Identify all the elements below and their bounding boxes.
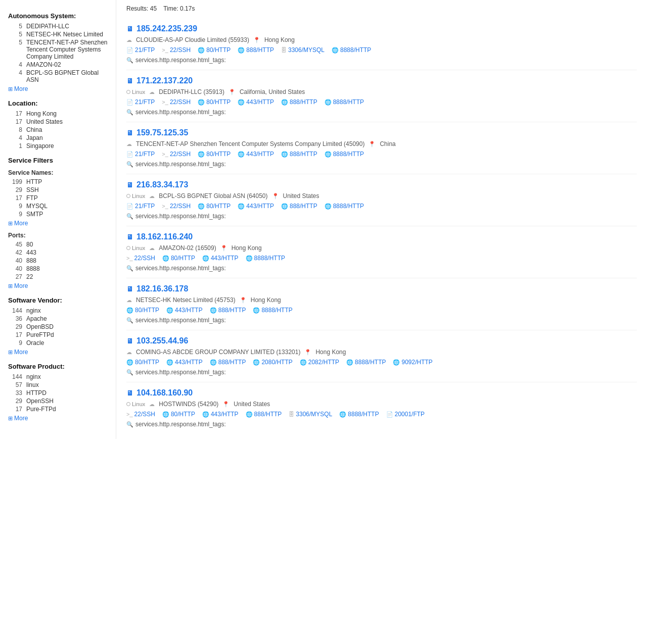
org-name[interactable]: CLOUDIE-AS-AP Cloudie Limited (55933) (136, 36, 249, 43)
sidebar-item[interactable]: 4BCPL-SG BGPNET Global ASN (8, 69, 108, 83)
sidebar-more-button[interactable]: ⊞ More (8, 282, 108, 289)
sidebar-item[interactable]: 17Pure-FTPd (8, 406, 108, 413)
port-tag[interactable]: 🌐888/HTTP (281, 203, 317, 210)
sidebar-more-button[interactable]: ⊞ More (8, 415, 108, 422)
sidebar-item[interactable]: 29OpenSSH (8, 398, 108, 405)
sidebar-more-button[interactable]: ⊞ More (8, 85, 108, 92)
sidebar-item[interactable]: 17Hong Kong (8, 110, 108, 117)
port-tag[interactable]: 📄21/FTP (126, 46, 155, 54)
sidebar-item[interactable]: 8China (8, 126, 108, 133)
port-tag[interactable]: 🌐443/HTTP (166, 359, 203, 366)
port-tag[interactable]: 🌐2080/HTTP (253, 359, 292, 366)
org-name[interactable]: COMING-AS ABCDE GROUP COMPANY LIMITED (1… (136, 349, 300, 356)
card-ip[interactable]: 🖥171.22.137.220 (126, 76, 637, 85)
ip-address[interactable]: 104.168.160.90 (136, 388, 193, 398)
port-tag[interactable]: >_22/SSH (162, 98, 191, 106)
sidebar-item[interactable]: 9SMTP (8, 211, 108, 218)
location-name[interactable]: United States (234, 401, 270, 408)
sidebar-item[interactable]: 144nginx (8, 307, 108, 314)
card-ip[interactable]: 🖥185.242.235.239 (126, 24, 637, 33)
org-name[interactable]: AMAZON-02 (16509) (159, 244, 216, 252)
sidebar-item[interactable]: 4580 (8, 241, 108, 248)
port-tag[interactable]: 🌐888/HTTP (281, 98, 317, 106)
ip-address[interactable]: 103.255.44.96 (136, 336, 188, 345)
port-tag[interactable]: 🌐888/HTTP (246, 411, 282, 418)
sidebar-item[interactable]: 4AMAZON-02 (8, 61, 108, 68)
sidebar-item[interactable]: 408888 (8, 265, 108, 272)
sidebar-item[interactable]: 33HTTPD (8, 389, 108, 397)
sidebar-item[interactable]: 17United States (8, 118, 108, 125)
port-tag[interactable]: 🌐80/HTTP (162, 255, 195, 262)
sidebar-item[interactable]: 9MYSQL (8, 203, 108, 210)
ip-address[interactable]: 18.162.116.240 (136, 232, 193, 241)
port-tag[interactable]: 🌐8888/HTTP (253, 307, 292, 314)
sidebar-item[interactable]: 5TENCENT-NET-AP Shenzhen Tencent Compute… (8, 39, 108, 60)
port-tag[interactable]: 🌐8888/HTTP (325, 203, 364, 210)
port-tag[interactable]: 🌐80/HTTP (198, 203, 230, 210)
ip-address[interactable]: 159.75.125.35 (136, 128, 188, 137)
sidebar-item[interactable]: 17PureFTPd (8, 331, 108, 338)
port-tag[interactable]: >_22/SSH (162, 46, 191, 54)
sidebar-item[interactable]: 5NETSEC-HK Netsec Limited (8, 31, 108, 38)
port-tag[interactable]: 🌐8888/HTTP (332, 46, 371, 54)
sidebar-item[interactable]: 1Singapore (8, 142, 108, 150)
port-tag[interactable]: 🌐888/HTTP (210, 307, 246, 314)
location-name[interactable]: Hong Kong (315, 349, 346, 356)
port-tag[interactable]: >_22/SSH (162, 203, 191, 210)
sidebar-item[interactable]: 9Oracle (8, 339, 108, 346)
card-ip[interactable]: 🖥182.16.36.178 (126, 284, 637, 293)
ip-address[interactable]: 216.83.34.173 (136, 180, 188, 189)
location-name[interactable]: Hong Kong (264, 36, 295, 43)
sidebar-item[interactable]: 57linux (8, 381, 108, 388)
org-name[interactable]: HOSTWINDS (54290) (159, 401, 218, 408)
org-name[interactable]: TENCENT-NET-AP Shenzhen Tencent Computer… (136, 140, 364, 147)
port-tag[interactable]: 🌐443/HTTP (238, 98, 274, 106)
location-name[interactable]: United States (283, 192, 319, 200)
sidebar-item[interactable]: 5DEDIPATH-LLC (8, 23, 108, 30)
sidebar-item[interactable]: 144nginx (8, 373, 108, 380)
port-tag[interactable]: 🗄3306/MYSQL (289, 411, 332, 418)
ip-address[interactable]: 171.22.137.220 (136, 76, 193, 85)
port-tag[interactable]: >_22/SSH (126, 255, 155, 262)
sidebar-item[interactable]: 4Japan (8, 134, 108, 141)
sidebar-item[interactable]: 42443 (8, 249, 108, 256)
location-name[interactable]: Hong Kong (232, 244, 262, 252)
sidebar-item[interactable]: 17FTP (8, 194, 108, 202)
ip-address[interactable]: 185.242.235.239 (136, 24, 197, 33)
location-name[interactable]: Hong Kong (251, 296, 281, 304)
port-tag[interactable]: 🌐888/HTTP (238, 46, 274, 54)
port-tag[interactable]: 🌐8888/HTTP (246, 255, 285, 262)
port-tag[interactable]: 🌐80/HTTP (198, 98, 230, 106)
card-ip[interactable]: 🖥159.75.125.35 (126, 128, 637, 137)
port-tag[interactable]: 🗄3306/MYSQL (281, 46, 325, 54)
port-tag[interactable]: 🌐8888/HTTP (325, 151, 364, 158)
port-tag[interactable]: 🌐80/HTTP (126, 359, 159, 366)
org-name[interactable]: DEDIPATH-LLC (35913) (159, 88, 224, 95)
port-tag[interactable]: 🌐443/HTTP (202, 255, 239, 262)
sidebar-item[interactable]: 199HTTP (8, 178, 108, 185)
port-tag[interactable]: 🌐443/HTTP (166, 307, 203, 314)
port-tag[interactable]: 🌐80/HTTP (126, 307, 159, 314)
sidebar-item[interactable]: 40888 (8, 257, 108, 264)
port-tag[interactable]: 🌐443/HTTP (238, 151, 274, 158)
port-tag[interactable]: 📄21/FTP (126, 151, 155, 158)
port-tag[interactable]: 📄21/FTP (126, 98, 155, 106)
port-tag[interactable]: 🌐443/HTTP (202, 411, 239, 418)
port-tag[interactable]: 📄21/FTP (126, 203, 155, 210)
port-tag[interactable]: 🌐888/HTTP (210, 359, 246, 366)
org-name[interactable]: BCPL-SG BGPNET Global ASN (64050) (159, 192, 267, 200)
location-name[interactable]: California, United States (240, 88, 305, 95)
sidebar-item[interactable]: 29OpenBSD (8, 323, 108, 330)
port-tag[interactable]: 📄20001/FTP (386, 411, 425, 418)
port-tag[interactable]: 🌐9092/HTTP (393, 359, 432, 366)
port-tag[interactable]: 🌐8888/HTTP (325, 98, 364, 106)
card-ip[interactable]: 🖥104.168.160.90 (126, 388, 637, 398)
port-tag[interactable]: 🌐8888/HTTP (339, 411, 379, 418)
port-tag[interactable]: 🌐80/HTTP (198, 151, 230, 158)
port-tag[interactable]: >_22/SSH (126, 411, 155, 418)
location-name[interactable]: China (380, 140, 395, 147)
card-ip[interactable]: 🖥216.83.34.173 (126, 180, 637, 189)
card-ip[interactable]: 🖥103.255.44.96 (126, 336, 637, 345)
org-name[interactable]: NETSEC-HK Netsec Limited (45753) (136, 296, 236, 304)
sidebar-more-button[interactable]: ⊞ More (8, 220, 108, 227)
